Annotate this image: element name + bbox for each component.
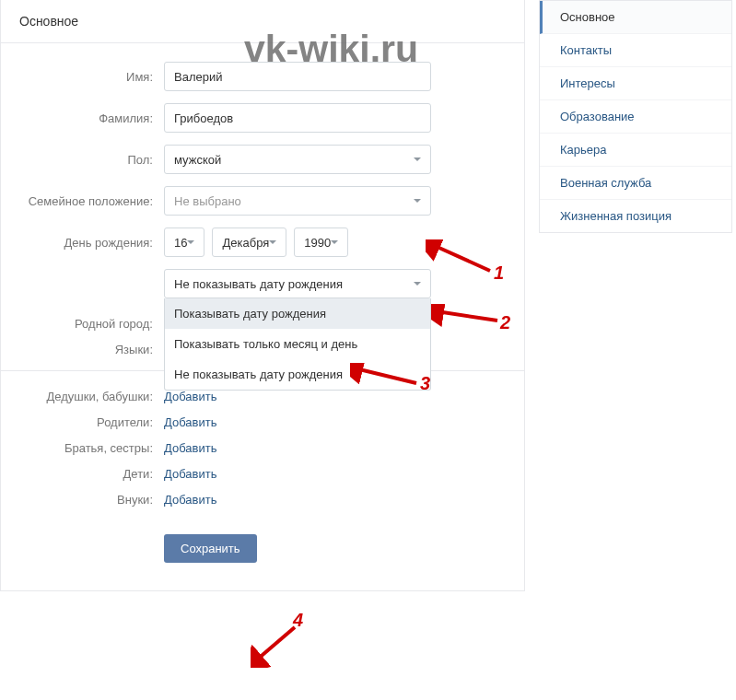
dob-visibility-select[interactable]: Не показывать дату рождения — [164, 269, 431, 298]
annotation-arrow-4 — [251, 622, 306, 668]
dob-visibility-option[interactable]: Показывать дату рождения — [165, 298, 430, 329]
sidebar-nav: Основное Контакты Интересы Образование К… — [539, 0, 732, 233]
chevron-down-icon — [414, 158, 421, 161]
label-last-name: Фамилия: — [19, 111, 164, 125]
dob-month-value: Декабря — [222, 236, 269, 250]
label-siblings: Братья, сестры: — [19, 441, 164, 455]
page-title: Основное — [1, 0, 524, 43]
label-languages: Языки: — [19, 343, 164, 356]
gender-select[interactable]: мужской — [164, 145, 431, 174]
sidebar-item-main[interactable]: Основное — [540, 1, 731, 34]
label-dob: День рождения: — [19, 236, 164, 250]
dob-year-select[interactable]: 1990 — [294, 228, 348, 257]
label-hometown: Родной город: — [19, 317, 164, 331]
chevron-down-icon — [414, 282, 421, 286]
dob-month-select[interactable]: Декабря — [212, 228, 286, 257]
marital-placeholder: Не выбрано — [174, 194, 241, 208]
sidebar-item-interests[interactable]: Интересы — [540, 67, 731, 100]
label-grandchildren: Внуки: — [19, 493, 164, 507]
main-panel: Основное Имя: Фамилия: Пол: мужской — [0, 0, 525, 591]
dob-visibility-option[interactable]: Показывать только месяц и день — [165, 329, 430, 359]
marital-select[interactable]: Не выбрано — [164, 186, 431, 216]
chevron-down-icon — [331, 240, 338, 244]
dob-day-select[interactable]: 16 — [164, 228, 204, 257]
sidebar-item-military[interactable]: Военная служба — [540, 167, 731, 200]
svg-line-3 — [256, 627, 295, 660]
dob-visibility-selected: Не показывать дату рождения — [174, 277, 343, 291]
add-siblings-link[interactable]: Добавить — [164, 441, 216, 455]
label-grandparents: Дедушки, бабушки: — [19, 390, 164, 403]
label-first-name: Имя: — [19, 70, 164, 84]
sidebar-item-contacts[interactable]: Контакты — [540, 34, 731, 67]
dob-day-value: 16 — [174, 236, 187, 250]
sidebar-item-education[interactable]: Образование — [540, 100, 731, 134]
annotation-number-4: 4 — [293, 610, 303, 631]
last-name-input[interactable] — [164, 103, 431, 133]
chevron-down-icon — [269, 240, 276, 244]
add-children-link[interactable]: Добавить — [164, 467, 216, 481]
first-name-input[interactable] — [164, 62, 431, 91]
add-grandchildren-link[interactable]: Добавить — [164, 493, 216, 507]
chevron-down-icon — [414, 199, 421, 203]
add-grandparents-link[interactable]: Добавить — [164, 390, 216, 403]
sidebar-item-position[interactable]: Жизненная позиция — [540, 200, 731, 232]
add-parents-link[interactable]: Добавить — [164, 415, 216, 429]
label-children: Дети: — [19, 467, 164, 481]
save-button[interactable]: Сохранить — [164, 534, 257, 563]
label-marital: Семейное положение: — [19, 194, 164, 208]
gender-value: мужской — [174, 153, 221, 167]
chevron-down-icon — [187, 240, 194, 244]
label-parents: Родители: — [19, 415, 164, 429]
dob-year-value: 1990 — [304, 236, 331, 250]
dob-visibility-dropdown: Показывать дату рождения Показывать толь… — [164, 298, 431, 391]
dob-visibility-option[interactable]: Не показывать дату рождения — [165, 359, 430, 390]
sidebar-item-career[interactable]: Карьера — [540, 134, 731, 167]
label-gender: Пол: — [19, 153, 164, 167]
